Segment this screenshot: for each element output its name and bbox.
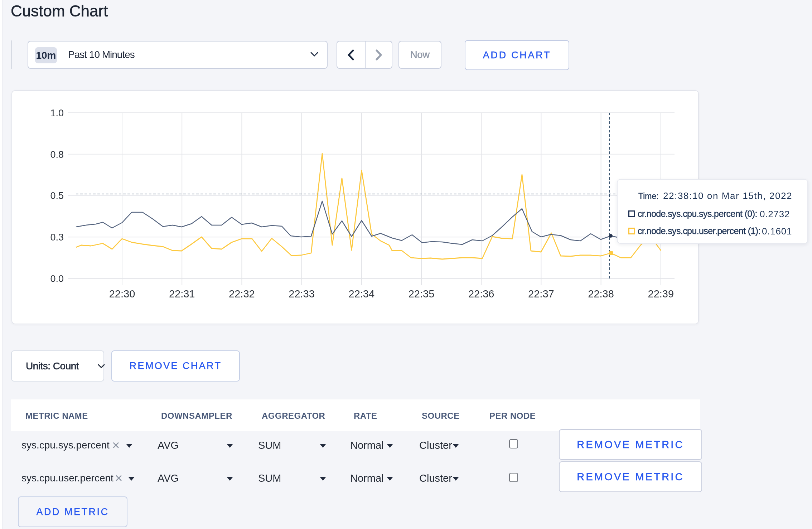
svg-text:0.3: 0.3 — [50, 232, 64, 243]
svg-text:22:31: 22:31 — [169, 288, 195, 300]
svg-text:0.8: 0.8 — [50, 149, 64, 160]
svg-text:22:30: 22:30 — [109, 288, 135, 300]
svg-text:0.0: 0.0 — [50, 273, 64, 284]
svg-text:22:35: 22:35 — [409, 288, 435, 300]
svg-text:22:39: 22:39 — [648, 288, 674, 300]
svg-text:22:32: 22:32 — [229, 288, 255, 300]
svg-text:22:36: 22:36 — [468, 288, 494, 300]
svg-text:0.5: 0.5 — [50, 190, 64, 201]
svg-text:22:33: 22:33 — [289, 288, 315, 300]
svg-text:22:38: 22:38 — [588, 288, 614, 300]
svg-text:22:34: 22:34 — [349, 288, 375, 300]
svg-text:1.0: 1.0 — [50, 108, 64, 118]
svg-text:22:37: 22:37 — [528, 288, 554, 300]
